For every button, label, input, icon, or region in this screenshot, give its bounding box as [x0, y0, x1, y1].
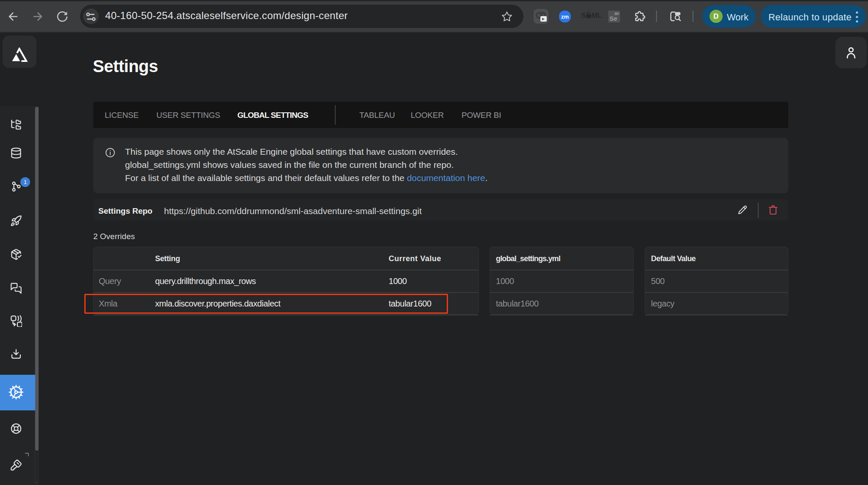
svg-text:zm: zm: [561, 14, 569, 20]
svg-text:Se: Se: [609, 15, 617, 22]
